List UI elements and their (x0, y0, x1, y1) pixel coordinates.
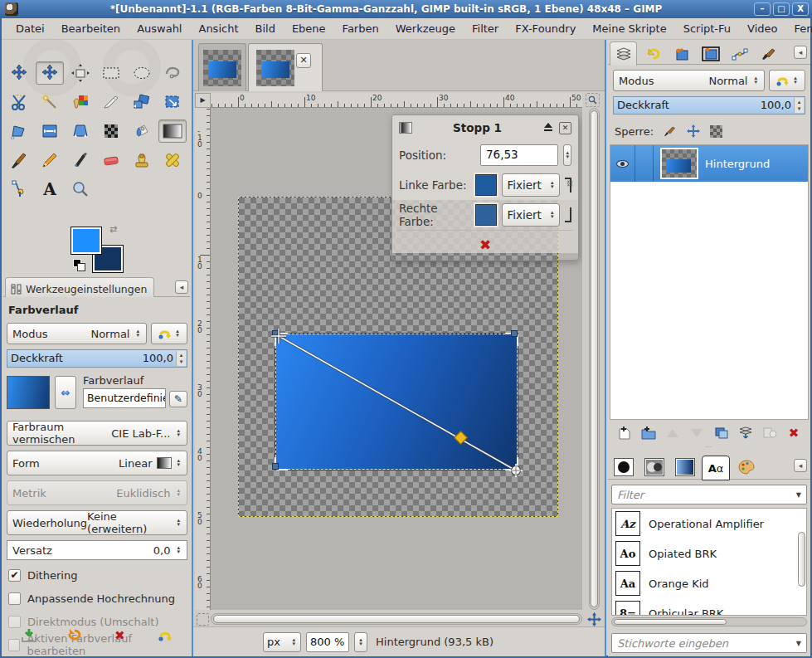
layer-modus-reset-button[interactable]: ▴▾ (769, 70, 805, 91)
tab-channels[interactable] (668, 41, 695, 66)
tab-patterns[interactable] (640, 455, 669, 480)
font-row[interactable]: Az Operational Amplifier (612, 509, 806, 539)
new-layer-button[interactable] (615, 424, 635, 442)
clone-tool-icon[interactable] (128, 149, 156, 172)
font-list-hscrollbar[interactable] (611, 617, 807, 626)
perspective-tool-icon[interactable] (5, 119, 33, 143)
lock-pixels-icon[interactable] (664, 125, 677, 137)
gradient-name-field[interactable]: Benutzerdefiniert (83, 388, 166, 408)
modus-reset-spinner[interactable]: ▴▾ (174, 329, 181, 338)
selection-square-handle[interactable] (272, 330, 279, 337)
ellipse-select-icon[interactable] (128, 61, 156, 85)
vertical-ruler[interactable]: - 1 001 02 03 04 05 06 0 (195, 108, 211, 610)
font-list-hscrollbar-thumb[interactable] (614, 619, 727, 625)
selection-square-handle[interactable] (272, 463, 279, 470)
close-button[interactable]: X (792, 2, 809, 16)
flip-tool-icon[interactable] (36, 119, 64, 143)
vertical-scrollbar[interactable] (589, 108, 600, 610)
menu-video[interactable]: Video (740, 20, 785, 37)
horizontal-scrollbar-thumb[interactable] (213, 615, 580, 623)
transform-tool-icon[interactable] (128, 90, 156, 114)
layer-modus-spinner[interactable]: ▴▾ (752, 76, 759, 85)
delete-stop-button[interactable]: ✖ (392, 231, 578, 253)
zoom-field[interactable]: 800 % (306, 632, 349, 652)
tab-vectors[interactable] (726, 41, 753, 66)
tab-paths[interactable] (697, 41, 724, 66)
font-row[interactable]: 8= Orbicular BRK (612, 598, 806, 616)
selection-square-handle[interactable] (511, 330, 518, 337)
canvas-viewport[interactable]: Stopp 1 ✕ Position: 76,53 ▴▾ Linke Farbe… (211, 108, 582, 610)
checkbox-icon[interactable] (8, 592, 21, 605)
checkbox-icon[interactable]: ✔ (8, 569, 21, 582)
scale-tool-icon[interactable] (66, 61, 95, 85)
duplicate-layer-button[interactable] (712, 424, 732, 442)
font-row[interactable]: Ao Opiated BRK (612, 539, 806, 568)
alignment-tool-icon[interactable] (36, 61, 64, 85)
layer-deckkraft-spinner[interactable]: ▴▾ (794, 98, 804, 113)
rectangle-select-icon[interactable] (97, 61, 125, 85)
stop-dialog-close-icon[interactable]: ✕ (559, 122, 571, 134)
checkbox-anpassende-hochrechnung[interactable]: Anpassende Hochrechnung (8, 588, 187, 608)
unit-dropdown[interactable]: px ▴▾ (263, 632, 301, 652)
lock-position-icon[interactable] (687, 124, 700, 138)
tab-palettes[interactable] (732, 455, 761, 480)
tab-werkzeugeinstellungen[interactable]: Werkzeugeinstellungen (5, 277, 154, 297)
menu-fenster[interactable]: Fenster (786, 20, 812, 37)
font-list[interactable]: Az Operational Amplifier Ao Opiated BRK … (611, 508, 807, 616)
scissors-select-icon[interactable] (5, 90, 33, 114)
crop-tool-icon[interactable] (97, 90, 125, 114)
close-image-icon[interactable]: ✕ (296, 53, 311, 68)
layer-deckkraft-slider[interactable]: Deckkraft 100,0 ▴▾ (613, 96, 805, 115)
modus-reset-button[interactable]: ▴▾ (151, 323, 187, 344)
menu-ansicht[interactable]: Ansicht (191, 20, 246, 37)
modus-dropdown[interactable]: Modus Normal ▴▾ (7, 323, 147, 344)
gradient-preview[interactable] (7, 376, 50, 409)
wiederholung-spinner[interactable]: ▴▾ (175, 519, 182, 527)
tab-brushes[interactable] (610, 455, 638, 480)
eye-icon[interactable] (616, 160, 629, 168)
form-spinner[interactable]: ▴▾ (175, 459, 182, 467)
detach-icon[interactable] (542, 123, 554, 133)
restore-options-button[interactable] (62, 626, 87, 646)
bucket-fill-icon[interactable] (128, 119, 156, 143)
tags-dropdown-arrow[interactable]: ▼ (796, 640, 801, 647)
vertical-scrollbar-thumb[interactable] (591, 110, 598, 607)
tab-tool-presets[interactable] (755, 41, 782, 66)
form-dropdown[interactable]: Form Linear ▴▾ (7, 451, 187, 475)
zoom-follow-window-button[interactable] (586, 93, 600, 107)
unified-transform-icon[interactable] (158, 90, 187, 114)
free-select-icon[interactable] (158, 61, 187, 85)
collapse-assets-dock-button[interactable]: ◂ (794, 459, 807, 472)
tab-gradients[interactable] (671, 455, 699, 480)
position-field[interactable]: 76,53 (480, 144, 558, 166)
unit-spinner[interactable]: ▴▾ (290, 638, 297, 646)
layer-modus-reset-spinner[interactable]: ▴▾ (792, 76, 799, 85)
layer-modus-dropdown[interactable]: Modus Normal ▴▾ (613, 70, 765, 91)
menu-werkzeuge[interactable]: Werkzeuge (388, 20, 463, 37)
quickmask-toggle[interactable] (197, 613, 209, 626)
cage-transform-icon[interactable] (97, 119, 125, 143)
foreground-color-swatch[interactable] (71, 227, 101, 254)
image-tab-1[interactable] (198, 43, 246, 91)
swap-colors-icon[interactable]: ⇄ (109, 224, 117, 235)
ink-tool-icon[interactable] (66, 149, 95, 172)
modus-spinner[interactable]: ▴▾ (134, 329, 141, 338)
farbraum-dropdown[interactable]: Farbraum vermischen CIE Lab-F... ▴▾ (7, 421, 187, 446)
minimize-button[interactable]: – (754, 2, 771, 16)
deckkraft-slider[interactable]: Deckkraft 100,0 ▴▾ (7, 349, 187, 368)
menu-bild[interactable]: Bild (248, 20, 283, 37)
gradient-edit-button[interactable]: ✎ (169, 391, 187, 407)
collapse-left-dock-button[interactable]: ◂ (175, 280, 188, 294)
handle-transform-icon[interactable] (66, 119, 95, 143)
dock-resize-handle[interactable]: ⋯ (608, 445, 810, 451)
delete-layer-button[interactable]: ✖ (784, 424, 804, 442)
left-color-swatch[interactable] (475, 174, 497, 196)
menu-farben[interactable]: Farben (335, 20, 387, 37)
tab-undo-history[interactable] (639, 41, 666, 66)
menu-meine-skripte[interactable]: Meine Skripte (585, 20, 673, 37)
collapse-right-dock-button[interactable]: ◂ (794, 46, 807, 59)
horizontal-scrollbar[interactable] (211, 613, 582, 625)
ruler-corner-menu-button[interactable]: ▶ (195, 93, 211, 108)
stop-editor-dialog[interactable]: Stopp 1 ✕ Position: 76,53 ▴▾ Linke Farbe… (391, 115, 579, 261)
heal-tool-icon[interactable] (158, 149, 187, 172)
